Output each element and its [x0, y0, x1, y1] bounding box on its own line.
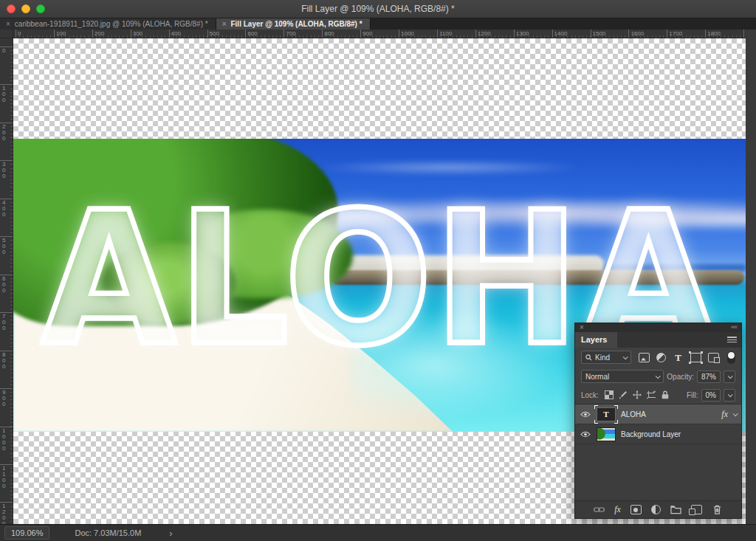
- lock-row: Lock: Fill:: [575, 386, 741, 404]
- photoshop-window: Fill Layer @ 109% (ALOHA, RGB/8#) * × ca…: [0, 0, 756, 541]
- lock-position-move-icon[interactable]: [633, 390, 642, 399]
- filter-type-icons: T: [639, 351, 735, 364]
- filter-pixel-layers-icon[interactable]: [639, 353, 650, 362]
- ruler-horizontal: 0100200300400500600700800900100011001200…: [13, 30, 746, 38]
- blend-mode-dropdown[interactable]: Normal: [581, 370, 664, 383]
- new-group-folder-icon[interactable]: [670, 505, 681, 514]
- layers-panel-tab[interactable]: Layers: [575, 332, 617, 348]
- title-bar: Fill Layer @ 109% (ALOHA, RGB/8#) *: [0, 0, 756, 18]
- status-bar: 109.06% Doc: 7.03M/15.0M ›: [0, 524, 756, 541]
- opacity-value-field[interactable]: 87%: [697, 371, 721, 383]
- document-size-info: Doc: 7.03M/15.0M: [75, 528, 141, 537]
- layer-filter-row: Kind T: [575, 348, 741, 367]
- add-adjustment-layer-icon[interactable]: [651, 505, 661, 514]
- effects-expand-chevron-icon[interactable]: [733, 411, 738, 416]
- tab-label: Fill Layer @ 109% (ALOHA, RGB/8#) *: [230, 20, 362, 28]
- document-tab-bar: × caribbean-1918911_1920.jpg @ 109% (ALO…: [0, 18, 756, 30]
- lock-pixels-brush-icon[interactable]: [619, 390, 628, 399]
- filter-shape-layers-icon[interactable]: [690, 353, 701, 362]
- panel-bottom-toolbar: fx: [575, 500, 741, 518]
- panel-collapse-icon[interactable]: ««: [731, 323, 737, 331]
- close-window-button[interactable]: [7, 4, 16, 13]
- filter-type-layers-icon[interactable]: T: [673, 353, 684, 362]
- window-title: Fill Layer @ 109% (ALOHA, RGB/8#) *: [0, 4, 756, 14]
- close-tab-icon[interactable]: ×: [6, 21, 10, 28]
- close-tab-icon[interactable]: ×: [222, 21, 227, 28]
- panel-tab-row: Layers: [575, 332, 741, 348]
- fill-label: Fill:: [687, 391, 698, 399]
- chevron-down-icon: [727, 373, 732, 379]
- lock-transparency-icon[interactable]: [605, 390, 614, 399]
- fill-value: 0%: [706, 391, 716, 399]
- filter-toggle-switch[interactable]: [727, 351, 735, 364]
- link-layers-icon[interactable]: [594, 505, 605, 514]
- canvas-area[interactable]: ALOHA × «« Layers Kind: [13, 38, 746, 524]
- image-layer-thumbnail[interactable]: [597, 427, 616, 441]
- delete-layer-trash-icon[interactable]: [712, 505, 723, 514]
- layer-effects-fx-label[interactable]: fx: [721, 409, 728, 420]
- ruler-vertical: 01 0 02 0 03 0 04 0 05 0 06 0 07 0 08 0 …: [0, 38, 13, 524]
- lock-artboard-icon[interactable]: [647, 390, 656, 399]
- tab-caribbean-image[interactable]: × caribbean-1918911_1920.jpg @ 109% (ALO…: [0, 18, 216, 30]
- chevron-down-icon: [727, 392, 732, 397]
- fill-value-field[interactable]: 0%: [701, 389, 721, 402]
- opacity-label: Opacity:: [667, 373, 694, 381]
- ruler-corner: [0, 30, 13, 38]
- layers-panel: × «« Layers Kind T: [574, 323, 742, 519]
- minimize-window-button[interactable]: [21, 4, 30, 13]
- fill-group: Fill: 0%: [687, 389, 735, 402]
- filter-adjustment-layers-icon[interactable]: [656, 353, 666, 362]
- chevron-down-icon: [656, 373, 661, 379]
- filter-smart-objects-icon[interactable]: [708, 353, 719, 362]
- fill-dropdown-button[interactable]: [724, 389, 735, 402]
- zoom-window-button[interactable]: [36, 4, 45, 13]
- panel-menu-icon[interactable]: [727, 337, 737, 343]
- opacity-value: 87%: [701, 373, 716, 381]
- lock-all-icon[interactable]: [661, 390, 670, 399]
- panel-close-icon[interactable]: ×: [580, 323, 584, 331]
- layer-name[interactable]: Background Layer: [621, 430, 737, 438]
- blend-opacity-row: Normal Opacity: 87%: [575, 367, 741, 386]
- traffic-lights: [7, 4, 45, 13]
- layer-visibility-eye-icon[interactable]: [580, 411, 591, 418]
- filter-kind-label: Kind: [595, 354, 620, 362]
- add-layer-mask-icon[interactable]: [630, 505, 642, 514]
- chevron-down-icon: [623, 354, 628, 359]
- lock-label: Lock:: [581, 391, 599, 399]
- layer-list: T ALOHA fx Background Layer: [575, 404, 741, 500]
- new-layer-icon[interactable]: [691, 505, 702, 514]
- layer-name[interactable]: ALOHA: [621, 410, 716, 418]
- layer-row-background[interactable]: Background Layer: [575, 424, 741, 444]
- search-icon: [585, 354, 592, 361]
- type-layer-thumbnail[interactable]: T: [597, 407, 616, 421]
- blend-mode-value: Normal: [585, 373, 653, 381]
- status-options-chevron-icon[interactable]: ›: [169, 528, 172, 539]
- layer-row-aloha[interactable]: T ALOHA fx: [575, 404, 741, 424]
- add-layer-style-icon[interactable]: fx: [614, 504, 621, 515]
- tab-fill-layer[interactable]: × Fill Layer @ 109% (ALOHA, RGB/8#) *: [216, 18, 371, 30]
- tab-label: caribbean-1918911_1920.jpg @ 109% (ALOHA…: [15, 20, 208, 28]
- filter-kind-dropdown[interactable]: Kind: [581, 351, 631, 364]
- panel-header-strip: × ««: [575, 323, 741, 332]
- layer-visibility-eye-icon[interactable]: [580, 431, 591, 438]
- zoom-level-field[interactable]: 109.06%: [4, 526, 49, 540]
- opacity-dropdown-button[interactable]: [724, 371, 735, 383]
